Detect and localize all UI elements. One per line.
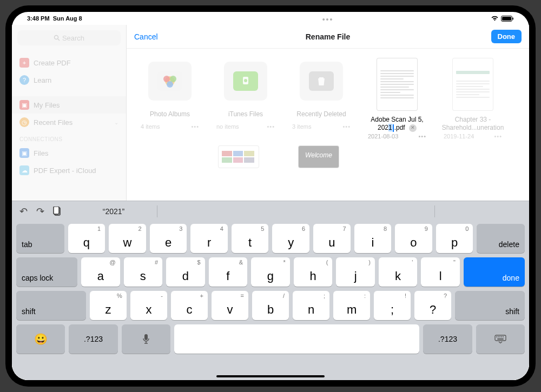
photos-folder-icon xyxy=(157,71,182,91)
key-shift-left[interactable]: shift xyxy=(16,291,86,320)
key-w[interactable]: w2 xyxy=(109,224,146,253)
key-r[interactable]: r4 xyxy=(190,224,228,253)
tile-chapter-33[interactable]: Chapter 33 - Sharehold...uneration 2019-… xyxy=(435,55,511,145)
wifi-icon xyxy=(491,16,499,22)
svg-point-10 xyxy=(244,79,247,82)
key-t[interactable]: t5 xyxy=(232,224,269,253)
key-o[interactable]: o9 xyxy=(395,224,432,253)
key-g[interactable]: g* xyxy=(251,257,290,287)
key-e[interactable]: e3 xyxy=(150,224,187,253)
more-icon[interactable]: ••• xyxy=(322,15,334,24)
tile-partial-doc[interactable] xyxy=(219,146,259,173)
key-q[interactable]: q1 xyxy=(68,224,105,253)
svg-rect-13 xyxy=(144,334,148,340)
key-p[interactable]: p0 xyxy=(436,224,473,253)
sidebar-item-learn[interactable]: ? Learn xyxy=(12,71,126,89)
svg-rect-12 xyxy=(54,207,59,214)
key-tab[interactable]: tab xyxy=(16,224,64,253)
svg-rect-14 xyxy=(495,335,506,341)
key-x[interactable]: x- xyxy=(130,291,167,320)
sidebar-section-connections: CONNECTIONS xyxy=(12,131,126,144)
key-numbers-right[interactable]: .?123 xyxy=(423,324,472,354)
sidebar-item-recent-files[interactable]: ◷ Recent Files ⌄ xyxy=(12,114,126,131)
modal-title: Rename File xyxy=(127,32,529,41)
key-k[interactable]: k' xyxy=(379,257,418,287)
svg-point-7 xyxy=(170,76,176,82)
document-thumbnail xyxy=(453,58,493,110)
key-z[interactable]: z% xyxy=(90,291,127,320)
key-b[interactable]: b/ xyxy=(252,291,289,320)
cancel-button[interactable]: Cancel xyxy=(134,32,158,41)
chevron-down-icon: ⌄ xyxy=(114,119,118,125)
key-i[interactable]: i8 xyxy=(354,224,392,253)
key-space[interactable] xyxy=(174,324,419,354)
svg-rect-2 xyxy=(513,17,514,19)
key-m[interactable]: m: xyxy=(333,291,370,320)
redo-icon[interactable]: ↷ xyxy=(36,205,44,217)
key-dictation[interactable] xyxy=(122,324,170,354)
key-f[interactable]: f& xyxy=(209,257,248,287)
keyboard-suggestion[interactable]: “2021” xyxy=(70,207,157,216)
key-numbers-left[interactable]: .?123 xyxy=(69,324,117,354)
learn-icon: ? xyxy=(19,75,29,85)
key-n[interactable]: n; xyxy=(293,291,329,320)
status-bar: 3:48 PM Sun Aug 8 xyxy=(12,12,529,25)
status-time: 3:48 PM xyxy=(27,15,50,22)
key-s[interactable]: s# xyxy=(124,257,163,287)
clipboard-icon[interactable] xyxy=(53,207,62,216)
key-done[interactable]: done xyxy=(464,257,525,287)
status-date: Sun Aug 8 xyxy=(53,15,82,22)
tile-itunes-files[interactable]: iTunes Files no items••• xyxy=(208,55,283,145)
key-;[interactable]: ;! xyxy=(374,291,411,320)
more-icon[interactable]: ••• xyxy=(418,133,426,139)
key-u[interactable]: u7 xyxy=(313,224,351,253)
sidebar-item-create-pdf[interactable]: + Create PDF xyxy=(12,54,126,71)
key-dismiss-keyboard[interactable] xyxy=(476,324,525,354)
svg-point-8 xyxy=(167,81,173,88)
key-j[interactable]: j) xyxy=(336,257,375,287)
modal-header: Cancel Rename File Done xyxy=(127,25,529,49)
tile-photo-albums[interactable]: Photo Albums 4 items••• xyxy=(132,55,208,145)
key-delete[interactable]: delete xyxy=(477,224,525,253)
key-capslock[interactable]: caps lock xyxy=(16,257,77,287)
key-y[interactable]: y6 xyxy=(272,224,309,253)
tile-welcome[interactable]: Welcome xyxy=(299,146,339,173)
key-emoji[interactable]: 😀 xyxy=(16,324,65,354)
key-a[interactable]: a@ xyxy=(81,257,120,287)
clock-icon: ◷ xyxy=(19,117,29,127)
rename-input[interactable]: Adobe Scan Jul 5, 2021.pdf ✕ xyxy=(361,116,433,132)
tile-recently-deleted[interactable]: Recently Deleted 3 items••• xyxy=(283,55,359,145)
sidebar-item-files[interactable]: ▣ Files xyxy=(12,144,126,162)
more-icon[interactable]: ••• xyxy=(494,133,502,139)
key-?[interactable]: ?? xyxy=(414,291,451,320)
key-d[interactable]: d$ xyxy=(166,257,205,287)
welcome-thumbnail: Welcome xyxy=(299,146,339,168)
svg-line-4 xyxy=(58,39,60,41)
more-icon[interactable]: ••• xyxy=(191,123,199,130)
clear-text-icon[interactable]: ✕ xyxy=(409,124,417,132)
key-shift-right[interactable]: shift xyxy=(455,291,525,320)
key-l[interactable]: l" xyxy=(421,257,460,287)
more-icon[interactable]: ••• xyxy=(342,123,351,130)
folder-icon: ▣ xyxy=(19,100,29,110)
home-indicator[interactable] xyxy=(216,375,325,377)
create-pdf-icon: + xyxy=(19,58,29,68)
sidebar-item-icloud[interactable]: ☁ PDF Expert - iCloud xyxy=(12,162,126,179)
undo-icon[interactable]: ↶ xyxy=(19,205,28,217)
files-icon: ▣ xyxy=(19,148,29,158)
document-thumbnail xyxy=(377,58,417,110)
done-button[interactable]: Done xyxy=(491,30,522,43)
tile-adobe-scan[interactable]: Adobe Scan Jul 5, 2021.pdf ✕ 2021-08-03•… xyxy=(359,55,435,145)
itunes-folder-icon xyxy=(233,71,258,91)
key-v[interactable]: v= xyxy=(212,291,248,320)
sidebar-item-my-files[interactable]: ▣ My Files xyxy=(12,96,126,114)
more-icon[interactable]: ••• xyxy=(267,123,275,130)
battery-icon xyxy=(501,16,514,22)
svg-point-3 xyxy=(54,36,58,39)
search-input[interactable]: Search xyxy=(17,30,121,45)
key-c[interactable]: c+ xyxy=(171,291,208,320)
onscreen-keyboard: ↶ ↷ “2021” tab q1w2e3r4t5y6u xyxy=(12,201,529,380)
search-icon xyxy=(54,35,60,41)
svg-point-6 xyxy=(163,76,170,82)
key-h[interactable]: h( xyxy=(294,257,333,287)
